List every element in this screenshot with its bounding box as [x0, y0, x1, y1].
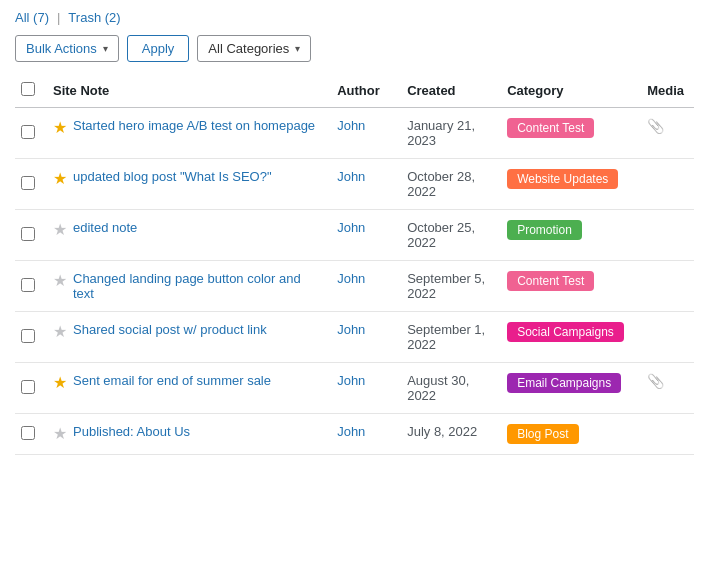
note-text[interactable]: Sent email for end of summer sale	[73, 373, 271, 388]
nav-trash-link[interactable]: Trash (2)	[68, 10, 120, 25]
header-media: Media	[637, 74, 694, 108]
nav-trash-label: Trash	[68, 10, 101, 25]
category-badge[interactable]: Website Updates	[507, 169, 618, 189]
categories-dropdown[interactable]: All Categories ▾	[197, 35, 311, 62]
created-date: October 25, 2022	[397, 210, 497, 261]
table-row: ★Changed landing page button color and t…	[15, 261, 694, 312]
created-date: September 5, 2022	[397, 261, 497, 312]
author-link[interactable]: John	[337, 322, 365, 337]
star-icon[interactable]: ★	[53, 373, 67, 392]
paperclip-icon: 📎	[647, 373, 664, 389]
table-row: ★Sent email for end of summer saleJohnAu…	[15, 363, 694, 414]
nav-all-count: (7)	[33, 10, 49, 25]
table-row: ★Published: About UsJohnJuly 8, 2022Blog…	[15, 414, 694, 455]
table-row: ★Started hero image A/B test on homepage…	[15, 108, 694, 159]
category-badge[interactable]: Content Test	[507, 118, 594, 138]
header-author: Author	[327, 74, 397, 108]
header-created: Created	[397, 74, 497, 108]
row-checkbox[interactable]	[21, 227, 35, 241]
row-checkbox[interactable]	[21, 426, 35, 440]
paperclip-icon: 📎	[647, 118, 664, 134]
star-icon[interactable]: ★	[53, 424, 67, 443]
table-row: ★updated blog post "What Is SEO?"JohnOct…	[15, 159, 694, 210]
created-date: January 21, 2023	[397, 108, 497, 159]
bulk-actions-chevron-icon: ▾	[103, 43, 108, 54]
header-site-note: Site Note	[43, 74, 327, 108]
created-date: September 1, 2022	[397, 312, 497, 363]
table-row: ★Shared social post w/ product linkJohnS…	[15, 312, 694, 363]
row-checkbox[interactable]	[21, 329, 35, 343]
header-category: Category	[497, 74, 637, 108]
created-date: August 30, 2022	[397, 363, 497, 414]
top-nav: All (7) | Trash (2)	[15, 10, 694, 25]
star-icon[interactable]: ★	[53, 322, 67, 341]
category-badge[interactable]: Promotion	[507, 220, 582, 240]
note-text[interactable]: Published: About Us	[73, 424, 190, 439]
created-date: July 8, 2022	[397, 414, 497, 455]
author-link[interactable]: John	[337, 220, 365, 235]
created-date: October 28, 2022	[397, 159, 497, 210]
note-text[interactable]: Shared social post w/ product link	[73, 322, 267, 337]
toolbar: Bulk Actions ▾ Apply All Categories ▾	[15, 35, 694, 62]
star-icon[interactable]: ★	[53, 118, 67, 137]
categories-chevron-icon: ▾	[295, 43, 300, 54]
author-link[interactable]: John	[337, 271, 365, 286]
nav-trash-count: (2)	[105, 10, 121, 25]
row-checkbox[interactable]	[21, 125, 35, 139]
notes-table: Site Note Author Created Category Media …	[15, 74, 694, 455]
category-badge[interactable]: Content Test	[507, 271, 594, 291]
nav-all-label: All	[15, 10, 29, 25]
category-badge[interactable]: Blog Post	[507, 424, 578, 444]
star-icon[interactable]: ★	[53, 169, 67, 188]
row-checkbox[interactable]	[21, 380, 35, 394]
author-link[interactable]: John	[337, 169, 365, 184]
note-text[interactable]: Started hero image A/B test on homepage	[73, 118, 315, 133]
note-text[interactable]: edited note	[73, 220, 137, 235]
table-row: ★edited noteJohnOctober 25, 2022Promotio…	[15, 210, 694, 261]
author-link[interactable]: John	[337, 373, 365, 388]
author-link[interactable]: John	[337, 424, 365, 439]
select-all-checkbox[interactable]	[21, 82, 35, 96]
bulk-actions-label: Bulk Actions	[26, 41, 97, 56]
author-link[interactable]: John	[337, 118, 365, 133]
star-icon[interactable]: ★	[53, 271, 67, 290]
star-icon[interactable]: ★	[53, 220, 67, 239]
apply-button[interactable]: Apply	[127, 35, 190, 62]
note-text[interactable]: updated blog post "What Is SEO?"	[73, 169, 272, 184]
bulk-actions-dropdown[interactable]: Bulk Actions ▾	[15, 35, 119, 62]
row-checkbox[interactable]	[21, 176, 35, 190]
row-checkbox[interactable]	[21, 278, 35, 292]
category-badge[interactable]: Email Campaigns	[507, 373, 621, 393]
categories-label: All Categories	[208, 41, 289, 56]
nav-all-link[interactable]: All (7)	[15, 10, 49, 25]
note-text[interactable]: Changed landing page button color and te…	[73, 271, 317, 301]
category-badge[interactable]: Social Campaigns	[507, 322, 624, 342]
